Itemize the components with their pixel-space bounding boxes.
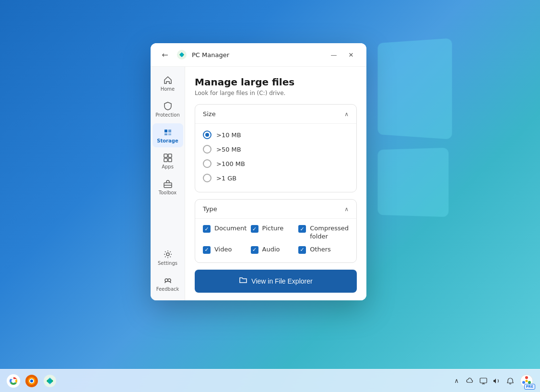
- radio-10mb-circle[interactable]: [203, 131, 211, 139]
- checkbox-picture-box[interactable]: [251, 225, 258, 233]
- svg-rect-4: [168, 158, 172, 162]
- checkbox-grid: Document Picture Compressed folder: [203, 223, 349, 256]
- radio-10mb-label: >10 MB: [216, 131, 241, 139]
- close-button[interactable]: ✕: [343, 48, 359, 61]
- type-section: Type ∧ Document Picture: [195, 199, 357, 263]
- size-option-50mb[interactable]: >50 MB: [203, 142, 349, 156]
- folder-open-icon: [239, 276, 247, 286]
- taskbar-chrome-icon[interactable]: [6, 373, 21, 389]
- page-subtitle: Look for large files in (C:) drive.: [195, 90, 357, 96]
- checkbox-others[interactable]: Others: [298, 246, 349, 254]
- type-section-header[interactable]: Type ∧: [195, 200, 356, 218]
- svg-point-9: [168, 279, 171, 282]
- svg-point-24: [522, 381, 525, 384]
- radio-100mb-circle[interactable]: [203, 159, 211, 168]
- checkbox-compressed-label: Compressed folder: [310, 225, 349, 241]
- size-section-title: Size: [203, 110, 216, 118]
- checkbox-others-box[interactable]: [298, 246, 306, 254]
- sidebar: Home Protection: [151, 67, 185, 300]
- svg-point-12: [12, 379, 15, 383]
- taskbar-colorpicker-icon[interactable]: PRE: [519, 373, 534, 389]
- svg-point-23: [528, 381, 531, 384]
- minimize-button[interactable]: —: [326, 48, 341, 61]
- size-section: Size ∧ >10 MB >50 MB >100 MB: [195, 104, 357, 192]
- window-controls: — ✕: [326, 48, 359, 61]
- toolbox-icon: [163, 179, 173, 189]
- home-icon: [163, 75, 173, 85]
- checkbox-compressed-box[interactable]: [298, 225, 306, 233]
- apps-icon: [163, 153, 173, 163]
- size-section-body: >10 MB >50 MB >100 MB >1 GB: [195, 123, 356, 192]
- svg-point-16: [30, 380, 33, 382]
- window-body: Home Protection: [151, 67, 366, 300]
- size-option-100mb[interactable]: >100 MB: [203, 156, 349, 171]
- checkbox-audio-label: Audio: [262, 246, 280, 254]
- storage-icon: [163, 127, 173, 137]
- size-chevron-icon: ∧: [344, 111, 349, 118]
- checkbox-document-label: Document: [214, 225, 247, 233]
- taskbar-bell-icon[interactable]: [505, 376, 515, 386]
- radio-50mb-circle[interactable]: [203, 145, 211, 154]
- sidebar-item-feedback[interactable]: Feedback: [153, 272, 183, 296]
- back-button[interactable]: ←: [158, 48, 172, 61]
- checkbox-picture-label: Picture: [262, 225, 284, 233]
- radio-1gb-circle[interactable]: [203, 174, 211, 182]
- main-content: Manage large files Look for large files …: [185, 67, 366, 300]
- svg-rect-18: [480, 378, 487, 383]
- page-title: Manage large files: [195, 76, 357, 88]
- view-in-file-explorer-button[interactable]: View in File Explorer: [195, 270, 357, 293]
- type-section-body: Document Picture Compressed folder: [195, 218, 356, 262]
- checkbox-document-box[interactable]: [203, 225, 211, 233]
- svg-point-25: [526, 380, 528, 382]
- taskbar-pcmanager-icon[interactable]: [42, 373, 58, 389]
- taskbar-right: ∧: [452, 373, 534, 389]
- feedback-label: Feedback: [156, 286, 179, 292]
- svg-rect-2: [168, 154, 172, 157]
- taskbar-volume-icon[interactable]: [492, 376, 502, 386]
- checkbox-video-box[interactable]: [203, 246, 211, 254]
- view-button-label: View in File Explorer: [251, 277, 312, 285]
- taskbar-firefox-icon[interactable]: [24, 373, 39, 389]
- radio-50mb-label: >50 MB: [216, 146, 241, 153]
- sidebar-item-settings[interactable]: Settings: [153, 246, 183, 270]
- feedback-icon: [163, 275, 173, 285]
- sidebar-item-apps[interactable]: Apps: [153, 149, 183, 173]
- size-option-10mb[interactable]: >10 MB: [203, 128, 349, 142]
- window-title: PC Manager: [192, 51, 321, 59]
- size-option-1gb[interactable]: >1 GB: [203, 171, 349, 185]
- apps-label: Apps: [162, 164, 174, 169]
- taskbar-arrow-icon[interactable]: ∧: [452, 376, 461, 386]
- checkbox-compressed[interactable]: Compressed folder: [298, 225, 349, 241]
- type-chevron-icon: ∧: [344, 206, 349, 213]
- checkbox-others-label: Others: [310, 246, 331, 254]
- sidebar-item-protection[interactable]: Protection: [153, 97, 183, 121]
- sidebar-item-home[interactable]: Home: [153, 71, 183, 95]
- svg-point-8: [165, 279, 168, 282]
- size-section-header[interactable]: Size ∧: [195, 105, 356, 123]
- taskbar-display-icon[interactable]: [479, 376, 488, 386]
- pc-manager-logo: [176, 49, 187, 60]
- home-label: Home: [161, 86, 175, 92]
- checkbox-video[interactable]: Video: [203, 246, 248, 254]
- pc-manager-window: ← PC Manager — ✕ Home: [151, 43, 366, 300]
- radio-100mb-label: >100 MB: [216, 160, 245, 167]
- type-section-title: Type: [203, 205, 217, 213]
- sidebar-item-toolbox[interactable]: Toolbox: [153, 175, 183, 199]
- settings-icon: [163, 249, 173, 259]
- storage-label: Storage: [157, 138, 178, 143]
- checkbox-video-label: Video: [214, 246, 232, 254]
- svg-rect-1: [164, 154, 167, 157]
- svg-point-7: [166, 253, 169, 256]
- radio-1gb-label: >1 GB: [216, 175, 236, 182]
- protection-icon: [163, 101, 173, 111]
- taskbar: ∧: [0, 369, 540, 392]
- sidebar-item-storage[interactable]: Storage: [153, 123, 183, 147]
- checkbox-document[interactable]: Document: [203, 225, 248, 241]
- taskbar-cloud-icon[interactable]: [465, 376, 475, 386]
- toolbox-label: Toolbox: [159, 190, 177, 195]
- protection-label: Protection: [155, 112, 180, 118]
- checkbox-audio[interactable]: Audio: [251, 246, 296, 254]
- checkbox-picture[interactable]: Picture: [251, 225, 296, 241]
- checkbox-audio-box[interactable]: [251, 246, 258, 254]
- svg-point-22: [525, 376, 528, 379]
